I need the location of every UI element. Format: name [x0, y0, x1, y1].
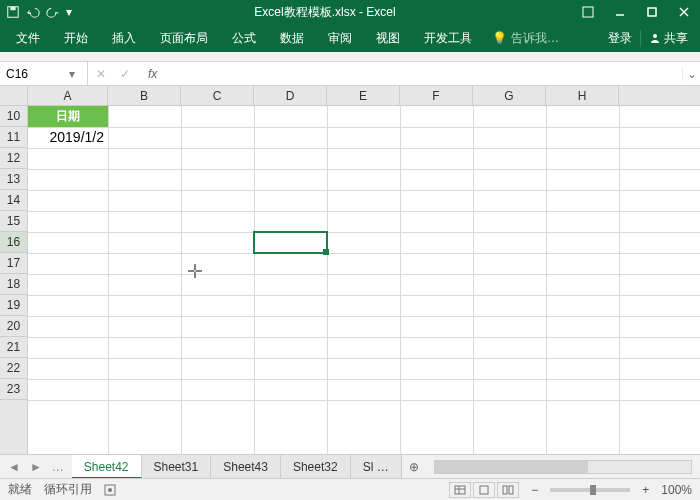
sheet-tab[interactable]: Sl … — [351, 455, 402, 479]
tab-formulas[interactable]: 公式 — [220, 24, 268, 52]
name-box-dropdown-icon[interactable]: ▾ — [69, 67, 81, 81]
row-header[interactable]: 21 — [0, 337, 27, 358]
name-box-value: C16 — [6, 67, 28, 81]
svg-rect-15 — [509, 486, 513, 494]
horizontal-scrollbar[interactable] — [434, 460, 692, 474]
page-layout-view-icon[interactable] — [473, 482, 495, 498]
ribbon-collapsed-body — [0, 52, 700, 62]
status-bar: 就绪 循环引用 − + 100% — [0, 478, 700, 500]
zoom-out-button[interactable]: − — [531, 483, 538, 497]
lightbulb-icon: 💡 — [492, 31, 507, 45]
row-header[interactable]: 19 — [0, 295, 27, 316]
cell-A10[interactable]: 日期 — [28, 106, 108, 127]
sheet-nav-more-icon[interactable]: … — [48, 460, 68, 474]
enter-formula-icon[interactable]: ✓ — [120, 67, 130, 81]
svg-rect-2 — [583, 7, 593, 17]
svg-rect-4 — [648, 8, 656, 16]
col-header-A[interactable]: A — [28, 86, 108, 105]
row-header[interactable]: 16 — [0, 232, 27, 253]
col-header-E[interactable]: E — [327, 86, 400, 105]
row-header[interactable]: 14 — [0, 190, 27, 211]
cell-A11[interactable]: 2019/1/2 — [28, 127, 108, 148]
spreadsheet-grid: A B C D E F G H 10 11 12 13 14 15 16 17 … — [0, 86, 700, 454]
active-cell-selection — [253, 231, 328, 254]
col-header-D[interactable]: D — [254, 86, 327, 105]
tab-file[interactable]: 文件 — [4, 24, 52, 52]
title-bar: ▾ Excel教程模板.xlsx - Excel — [0, 0, 700, 24]
undo-icon[interactable] — [26, 5, 40, 19]
tell-me-search[interactable]: 💡 告诉我… — [484, 30, 600, 47]
row-header[interactable]: 18 — [0, 274, 27, 295]
save-icon[interactable] — [6, 5, 20, 19]
svg-point-9 — [108, 488, 112, 492]
sheet-tab-active[interactable]: Sheet42 — [72, 455, 142, 479]
macro-record-icon[interactable] — [104, 484, 116, 496]
share-icon — [649, 32, 661, 44]
name-box[interactable]: C16 ▾ — [0, 62, 88, 86]
col-header-G[interactable]: G — [473, 86, 546, 105]
qat-dropdown-icon[interactable]: ▾ — [66, 5, 72, 19]
row-header[interactable]: 22 — [0, 358, 27, 379]
formula-bar-row: C16 ▾ ✕ ✓ fx ⌄ — [0, 62, 700, 86]
row-header[interactable]: 10 — [0, 106, 27, 127]
svg-rect-1 — [10, 7, 15, 11]
col-header-B[interactable]: B — [108, 86, 181, 105]
svg-point-7 — [653, 34, 657, 38]
tell-me-placeholder: 告诉我… — [511, 30, 559, 47]
tab-insert[interactable]: 插入 — [100, 24, 148, 52]
normal-view-icon[interactable] — [449, 482, 471, 498]
row-header[interactable]: 13 — [0, 169, 27, 190]
tab-home[interactable]: 开始 — [52, 24, 100, 52]
col-header-C[interactable]: C — [181, 86, 254, 105]
zoom-slider[interactable] — [550, 488, 630, 492]
fill-handle[interactable] — [323, 249, 329, 255]
minimize-icon[interactable] — [604, 0, 636, 24]
sheet-nav-next-icon[interactable]: ► — [26, 460, 46, 474]
status-circular-ref: 循环引用 — [44, 481, 92, 498]
window-title: Excel教程模板.xlsx - Excel — [78, 4, 572, 21]
add-sheet-icon[interactable]: ⊕ — [402, 460, 426, 474]
svg-rect-13 — [480, 486, 488, 494]
cells-canvas[interactable]: 日期 2019/1/2 — [28, 106, 700, 454]
share-label: 共享 — [664, 30, 688, 47]
redo-icon[interactable] — [46, 5, 60, 19]
cancel-formula-icon[interactable]: ✕ — [96, 67, 106, 81]
fx-icon[interactable]: fx — [144, 67, 161, 81]
login-button[interactable]: 登录 — [600, 30, 640, 47]
sheet-nav: ◄ ► … — [0, 460, 72, 474]
zoom-in-button[interactable]: + — [642, 483, 649, 497]
sheet-nav-prev-icon[interactable]: ◄ — [4, 460, 24, 474]
maximize-icon[interactable] — [636, 0, 668, 24]
tab-view[interactable]: 视图 — [364, 24, 412, 52]
select-all-corner[interactable] — [0, 86, 28, 105]
column-headers: A B C D E F G H — [0, 86, 700, 106]
ribbon-options-icon[interactable] — [572, 0, 604, 24]
row-header[interactable]: 11 — [0, 127, 27, 148]
svg-rect-10 — [455, 486, 465, 494]
formula-bar-expand-icon[interactable]: ⌄ — [682, 67, 700, 81]
zoom-level[interactable]: 100% — [661, 483, 692, 497]
sheet-tab-bar: ◄ ► … Sheet42 Sheet31 Sheet43 Sheet32 Sl… — [0, 454, 700, 478]
view-buttons — [449, 482, 519, 498]
tab-review[interactable]: 审阅 — [316, 24, 364, 52]
row-header[interactable]: 15 — [0, 211, 27, 232]
tab-developer[interactable]: 开发工具 — [412, 24, 484, 52]
status-ready: 就绪 — [8, 481, 32, 498]
col-header-H[interactable]: H — [546, 86, 619, 105]
row-header[interactable]: 20 — [0, 316, 27, 337]
cell-cursor-icon — [188, 264, 202, 278]
row-header[interactable]: 23 — [0, 379, 27, 400]
tab-data[interactable]: 数据 — [268, 24, 316, 52]
tab-page-layout[interactable]: 页面布局 — [148, 24, 220, 52]
sheet-tab[interactable]: Sheet43 — [211, 455, 281, 479]
sheet-tab[interactable]: Sheet31 — [142, 455, 212, 479]
row-header[interactable]: 12 — [0, 148, 27, 169]
row-header[interactable]: 17 — [0, 253, 27, 274]
col-header-F[interactable]: F — [400, 86, 473, 105]
close-icon[interactable] — [668, 0, 700, 24]
sheet-tab[interactable]: Sheet32 — [281, 455, 351, 479]
svg-rect-14 — [503, 486, 507, 494]
row-headers: 10 11 12 13 14 15 16 17 18 19 20 21 22 2… — [0, 106, 28, 454]
share-button[interactable]: 共享 — [640, 30, 696, 47]
page-break-view-icon[interactable] — [497, 482, 519, 498]
